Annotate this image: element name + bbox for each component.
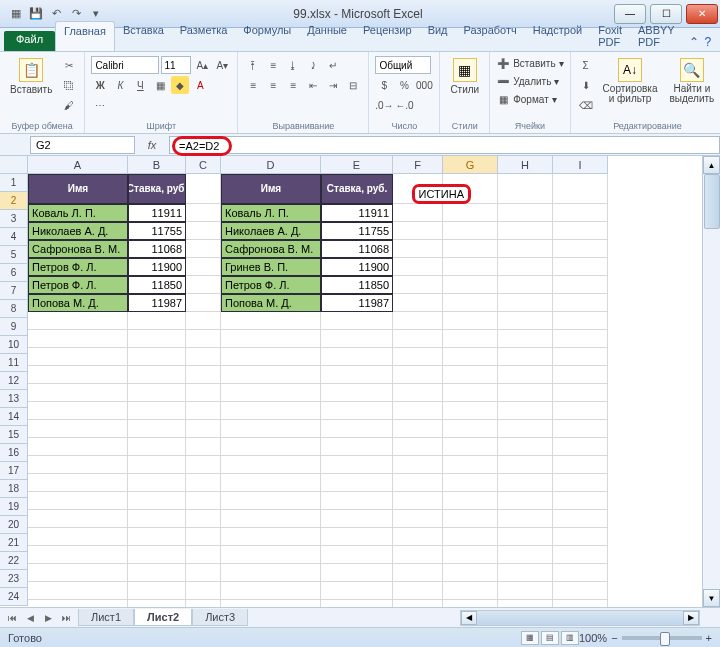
cell[interactable] xyxy=(128,438,186,456)
cell[interactable] xyxy=(128,366,186,384)
ribbon-tab-рецензир[interactable]: Рецензир xyxy=(355,21,420,51)
sheet-tab[interactable]: Лист2 xyxy=(134,609,192,626)
cell[interactable] xyxy=(186,348,221,366)
table2-rate[interactable]: 11987 xyxy=(321,294,393,312)
cell[interactable] xyxy=(186,510,221,528)
cell[interactable] xyxy=(186,492,221,510)
cell[interactable] xyxy=(28,492,128,510)
table2-name[interactable]: Николаев А. Д. xyxy=(221,222,321,240)
cell[interactable] xyxy=(28,474,128,492)
cell[interactable] xyxy=(186,600,221,607)
name-box[interactable]: G2 xyxy=(30,136,135,154)
more-font-icon[interactable]: ⋯ xyxy=(91,96,109,114)
shrink-font-icon[interactable]: A▾ xyxy=(213,56,231,74)
cell[interactable] xyxy=(393,384,443,402)
cell[interactable] xyxy=(186,546,221,564)
cell[interactable] xyxy=(443,204,498,222)
comma-icon[interactable]: 000 xyxy=(415,76,433,94)
scroll-left-icon[interactable]: ◀ xyxy=(461,611,477,625)
cell[interactable] xyxy=(221,330,321,348)
cell[interactable] xyxy=(321,456,393,474)
page-layout-view-icon[interactable]: ▤ xyxy=(541,631,559,645)
clear-icon[interactable]: ⌫ xyxy=(577,96,595,114)
row-header[interactable]: 8 xyxy=(0,300,28,318)
column-header[interactable]: I xyxy=(553,156,608,174)
cell[interactable] xyxy=(443,492,498,510)
column-header[interactable]: E xyxy=(321,156,393,174)
cell[interactable] xyxy=(498,174,553,204)
bold-button[interactable]: Ж xyxy=(91,76,109,94)
cell[interactable] xyxy=(553,438,608,456)
row-header[interactable]: 13 xyxy=(0,390,28,408)
cell[interactable] xyxy=(393,276,443,294)
row-header[interactable]: 2 xyxy=(0,192,28,210)
cell[interactable] xyxy=(28,528,128,546)
ribbon-tab-главная[interactable]: Главная xyxy=(55,21,115,51)
column-header[interactable]: G xyxy=(443,156,498,174)
underline-button[interactable]: Ч xyxy=(131,76,149,94)
cell[interactable] xyxy=(553,600,608,607)
cell[interactable] xyxy=(321,582,393,600)
cut-icon[interactable]: ✂ xyxy=(60,56,78,74)
cell[interactable] xyxy=(498,222,553,240)
cell[interactable] xyxy=(443,456,498,474)
cell[interactable] xyxy=(221,582,321,600)
cell[interactable] xyxy=(498,402,553,420)
ribbon-tab-foxit pdf[interactable]: Foxit PDF xyxy=(590,21,630,51)
table2-header-name[interactable]: Имя xyxy=(221,174,321,204)
qat-dropdown-icon[interactable]: ▾ xyxy=(88,6,104,22)
cell[interactable] xyxy=(186,330,221,348)
cell[interactable] xyxy=(28,366,128,384)
cell[interactable] xyxy=(498,240,553,258)
cell[interactable] xyxy=(553,174,608,204)
cell[interactable] xyxy=(443,402,498,420)
cell[interactable] xyxy=(321,366,393,384)
font-color-button[interactable]: A xyxy=(191,76,209,94)
worksheet[interactable]: ABCDEFGHI 123456789101112131415161718192… xyxy=(0,156,720,607)
cell[interactable] xyxy=(28,564,128,582)
cell[interactable] xyxy=(128,600,186,607)
row-header[interactable]: 7 xyxy=(0,282,28,300)
number-format-select[interactable] xyxy=(375,56,431,74)
cell[interactable] xyxy=(553,384,608,402)
ribbon-tab-разметка[interactable]: Разметка xyxy=(172,21,236,51)
cell[interactable] xyxy=(186,294,221,312)
fill-icon[interactable]: ⬇ xyxy=(577,76,595,94)
table1-name[interactable]: Коваль Л. П. xyxy=(28,204,128,222)
cell[interactable] xyxy=(443,546,498,564)
cell[interactable] xyxy=(443,222,498,240)
cell[interactable] xyxy=(553,528,608,546)
table1-name[interactable]: Николаев А. Д. xyxy=(28,222,128,240)
ribbon-tab-данные[interactable]: Данные xyxy=(299,21,355,51)
cell[interactable] xyxy=(498,600,553,607)
ribbon-tab-надстрой[interactable]: Надстрой xyxy=(525,21,590,51)
cell[interactable] xyxy=(553,510,608,528)
cell[interactable] xyxy=(186,582,221,600)
cell[interactable] xyxy=(553,582,608,600)
cell[interactable] xyxy=(128,492,186,510)
increase-decimal-icon[interactable]: .0→ xyxy=(375,96,393,114)
cell[interactable] xyxy=(498,204,553,222)
row-header[interactable]: 9 xyxy=(0,318,28,336)
tab-last-icon[interactable]: ⏭ xyxy=(58,613,74,623)
decrease-decimal-icon[interactable]: ←.0 xyxy=(395,96,413,114)
cell[interactable] xyxy=(498,474,553,492)
cell[interactable] xyxy=(393,438,443,456)
cell[interactable] xyxy=(498,456,553,474)
grow-font-icon[interactable]: A▴ xyxy=(193,56,211,74)
cell[interactable] xyxy=(128,564,186,582)
row-header[interactable]: 6 xyxy=(0,264,28,282)
cell[interactable] xyxy=(28,420,128,438)
zoom-slider[interactable] xyxy=(622,636,702,640)
cell[interactable] xyxy=(186,222,221,240)
cell[interactable] xyxy=(321,600,393,607)
cell[interactable] xyxy=(393,366,443,384)
styles-button[interactable]: ▦ Стили xyxy=(446,56,483,97)
cell[interactable] xyxy=(28,546,128,564)
cell[interactable] xyxy=(553,402,608,420)
cell[interactable] xyxy=(443,438,498,456)
row-header[interactable]: 21 xyxy=(0,534,28,552)
row-header[interactable]: 15 xyxy=(0,426,28,444)
cell[interactable] xyxy=(498,492,553,510)
cell[interactable] xyxy=(321,330,393,348)
